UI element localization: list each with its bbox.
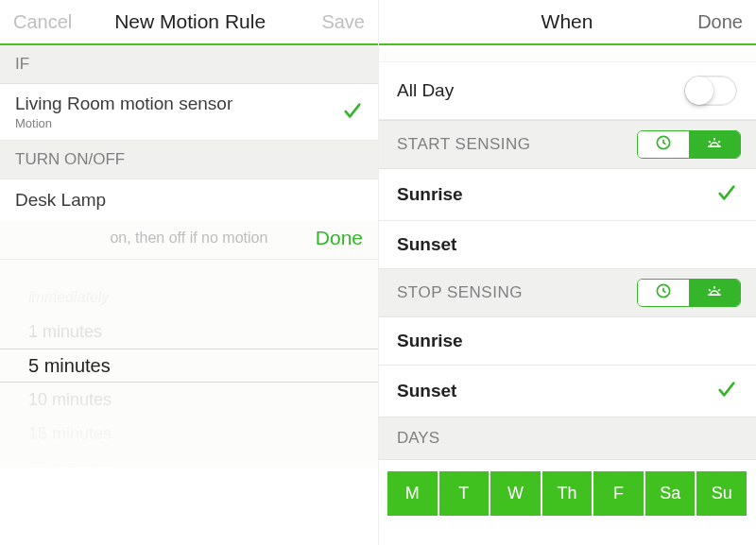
duration-picker[interactable]: immediately1 minutes5 minutes10 minutes1… (0, 260, 378, 468)
save-button[interactable]: Save (308, 11, 365, 33)
days-header: DAYS (378, 417, 756, 460)
sunset-label: Sunset (397, 234, 456, 255)
turn-section-header: TURN ON/OFF (0, 141, 378, 179)
picker-item[interactable]: 1 minutes (28, 315, 350, 349)
checkmark-icon (716, 379, 737, 403)
start-sunrise-row[interactable]: Sunrise (378, 169, 756, 221)
inline-done-button[interactable]: Done (316, 227, 363, 249)
checkmark-icon (716, 182, 737, 207)
right-pane: When Done All Day START SENSING Sunrise (378, 0, 756, 545)
start-sensing-header: START SENSING (378, 120, 756, 169)
sensor-name: Living Room motion sensor (15, 94, 232, 114)
pane-divider (378, 0, 379, 545)
done-button[interactable]: Done (686, 11, 743, 33)
if-section-header: IF (0, 45, 378, 84)
device-name: Desk Lamp (15, 190, 106, 211)
day-button[interactable]: Sa (645, 471, 696, 516)
inline-done-row: on, then off if no motion Done (0, 221, 378, 260)
sensor-row[interactable]: Living Room motion sensor Motion (0, 84, 378, 141)
start-sensing-label: START SENSING (397, 135, 531, 154)
day-button[interactable]: Th (542, 471, 593, 516)
sunset-label: Sunset (397, 381, 456, 401)
stop-sensing-header: STOP SENSING (378, 268, 756, 317)
sunrise-label: Sunrise (397, 184, 463, 205)
start-sunset-row[interactable]: Sunset (378, 221, 756, 268)
sun-segment[interactable] (689, 131, 740, 158)
sun-segment[interactable] (689, 280, 740, 306)
left-navbar: Cancel New Motion Rule Save (0, 0, 378, 45)
clock-segment[interactable] (638, 131, 689, 158)
stop-mode-segment[interactable] (637, 279, 741, 307)
day-button[interactable]: T (439, 471, 490, 516)
clock-icon (654, 133, 673, 156)
clock-segment[interactable] (638, 280, 689, 306)
left-pane: Cancel New Motion Rule Save IF Living Ro… (0, 0, 378, 545)
sunrise-icon (705, 281, 724, 304)
sunrise-icon (705, 133, 724, 156)
picker-item[interactable]: immediately (28, 281, 350, 315)
stop-sunrise-row[interactable]: Sunrise (378, 317, 756, 366)
day-button[interactable]: F (593, 471, 644, 516)
stop-sunset-row[interactable]: Sunset (378, 366, 756, 417)
days-row: MTWThFSaSu (378, 460, 756, 516)
picker-item[interactable]: 15 minutes (28, 417, 350, 451)
picker-item[interactable]: 30 minutes (28, 451, 350, 468)
when-title: When (541, 10, 593, 33)
day-button[interactable]: Su (696, 471, 747, 516)
allday-toggle[interactable] (684, 76, 737, 106)
clock-icon (654, 281, 673, 304)
nav-title: New Motion Rule (114, 10, 266, 33)
checkmark-icon (342, 100, 363, 125)
picker-item[interactable]: 10 minutes (28, 383, 350, 417)
right-navbar: When Done (378, 0, 756, 45)
day-button[interactable]: M (387, 471, 438, 516)
cancel-button[interactable]: Cancel (13, 11, 72, 33)
device-row[interactable]: Desk Lamp (0, 179, 378, 221)
day-button[interactable]: W (490, 471, 541, 516)
sunrise-label: Sunrise (397, 331, 463, 351)
stop-sensing-label: STOP SENSING (397, 283, 523, 302)
sensor-type: Motion (15, 116, 232, 130)
motion-hint: on, then off if no motion (62, 230, 316, 247)
allday-row: All Day (378, 62, 756, 120)
start-mode-segment[interactable] (637, 130, 741, 159)
allday-label: All Day (397, 80, 454, 101)
